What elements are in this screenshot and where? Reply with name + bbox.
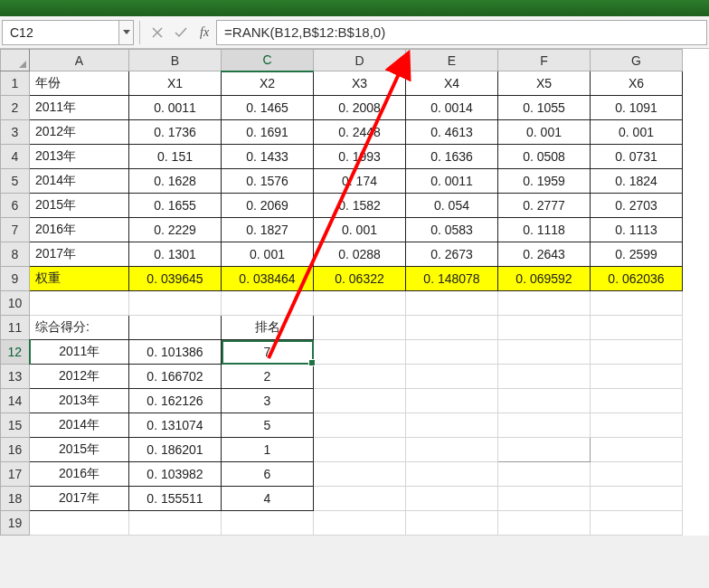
cell[interactable]: 1 (222, 438, 314, 462)
cell[interactable]: X4 (406, 71, 498, 96)
cell[interactable] (406, 487, 498, 511)
cell[interactable]: 0. 2703 (591, 194, 683, 218)
cell[interactable]: 0. 054 (406, 194, 498, 218)
cell[interactable] (406, 511, 498, 536)
cell[interactable]: 2017年 (30, 242, 129, 267)
cell[interactable]: 0. 0011 (406, 169, 498, 194)
cell[interactable]: 4 (222, 487, 314, 511)
cell[interactable]: 0. 1433 (222, 145, 314, 169)
cell[interactable] (314, 462, 406, 487)
cell[interactable]: 0. 1465 (222, 96, 314, 120)
select-all-corner[interactable] (1, 50, 30, 71)
cell[interactable] (591, 340, 683, 365)
cell[interactable]: 0. 2599 (591, 242, 683, 267)
cell[interactable] (30, 511, 129, 536)
cell[interactable] (222, 511, 314, 536)
cell[interactable]: 2015年 (30, 194, 129, 218)
cell[interactable] (498, 389, 591, 413)
cell[interactable]: X5 (498, 71, 591, 96)
cell[interactable]: 0. 1113 (591, 218, 683, 242)
cell[interactable] (591, 413, 683, 438)
cell[interactable] (498, 291, 591, 316)
name-box-dropdown[interactable] (119, 20, 134, 45)
cell[interactable]: 2013年 (30, 389, 129, 413)
cell[interactable]: 2017年 (30, 487, 129, 511)
cell[interactable] (406, 462, 498, 487)
cell[interactable] (314, 438, 406, 462)
row-header-17[interactable]: 17 (1, 462, 30, 487)
row-header-2[interactable]: 2 (1, 96, 30, 120)
row-header-7[interactable]: 7 (1, 218, 30, 242)
cell[interactable]: 排名 (222, 316, 314, 340)
cell[interactable] (314, 487, 406, 511)
cell[interactable]: X1 (129, 71, 222, 96)
cell[interactable] (591, 291, 683, 316)
cell[interactable]: 0. 1691 (222, 120, 314, 145)
cell[interactable] (129, 511, 222, 536)
cell[interactable]: 0. 2008 (314, 96, 406, 120)
cell[interactable]: 0. 1628 (129, 169, 222, 194)
cell[interactable] (406, 291, 498, 316)
cell[interactable]: 0. 151 (129, 145, 222, 169)
cell[interactable]: 2011年 (30, 340, 129, 365)
cell[interactable]: 0. 0583 (406, 218, 498, 242)
cell[interactable]: 5 (222, 413, 314, 438)
cell[interactable]: 0. 1576 (222, 169, 314, 194)
cell[interactable]: 0. 001 (222, 242, 314, 267)
cell[interactable]: 2016年 (30, 218, 129, 242)
cell[interactable]: 0. 1827 (222, 218, 314, 242)
cell[interactable] (498, 316, 591, 340)
col-header-G[interactable]: G (591, 50, 683, 71)
cell[interactable]: 年份 (30, 71, 129, 96)
cell[interactable]: 0. 166702 (129, 365, 222, 389)
cell[interactable]: 0. 1959 (498, 169, 591, 194)
enter-formula-button[interactable] (169, 21, 193, 44)
col-header-C[interactable]: C (222, 50, 314, 71)
formula-input[interactable]: =RANK(B12,B$12:B$18,0) (216, 20, 707, 45)
cell[interactable] (591, 438, 683, 462)
cell[interactable]: 0. 039645 (129, 267, 222, 291)
row-header-18[interactable]: 18 (1, 487, 30, 511)
cell[interactable] (498, 438, 591, 462)
row-header-1[interactable]: 1 (1, 71, 30, 96)
col-header-B[interactable]: B (129, 50, 222, 71)
col-header-F[interactable]: F (498, 50, 591, 71)
cell[interactable]: 0. 06322 (314, 267, 406, 291)
cell[interactable]: 0. 1993 (314, 145, 406, 169)
cell[interactable]: 2012年 (30, 120, 129, 145)
cell[interactable]: 2014年 (30, 413, 129, 438)
spreadsheet-grid[interactable]: A B C D E F G 1 年份 X1 X2 X3 X4 X5 X6 2 2… (0, 49, 709, 536)
cell[interactable] (498, 511, 591, 536)
cell[interactable]: X2 (222, 71, 314, 96)
cell[interactable] (591, 316, 683, 340)
cell[interactable]: 0. 101386 (129, 340, 222, 365)
cell[interactable]: 2013年 (30, 145, 129, 169)
row-header-3[interactable]: 3 (1, 120, 30, 145)
cell[interactable] (498, 413, 591, 438)
cell[interactable]: 0. 2448 (314, 120, 406, 145)
col-header-D[interactable]: D (314, 50, 406, 71)
cell[interactable]: 0. 1582 (314, 194, 406, 218)
cell[interactable]: 0. 038464 (222, 267, 314, 291)
active-cell[interactable]: 7 (222, 340, 314, 365)
cell[interactable]: X3 (314, 71, 406, 96)
cell[interactable] (498, 462, 591, 487)
cell[interactable] (314, 511, 406, 536)
cancel-formula-button[interactable] (146, 21, 169, 44)
cell[interactable]: 0. 1736 (129, 120, 222, 145)
row-header-10[interactable]: 10 (1, 291, 30, 316)
cell[interactable] (314, 291, 406, 316)
cell[interactable]: 2011年 (30, 96, 129, 120)
cell[interactable]: 0. 0014 (406, 96, 498, 120)
cell[interactable] (30, 291, 129, 316)
cell[interactable] (406, 340, 498, 365)
row-header-11[interactable]: 11 (1, 316, 30, 340)
cell[interactable]: 0. 2643 (498, 242, 591, 267)
cell[interactable]: 0. 1636 (406, 145, 498, 169)
row-header-12[interactable]: 12 (1, 340, 30, 365)
cell[interactable]: 0. 4613 (406, 120, 498, 145)
row-header-19[interactable]: 19 (1, 511, 30, 536)
cell[interactable] (498, 365, 591, 389)
cell[interactable]: 3 (222, 389, 314, 413)
cell[interactable] (498, 340, 591, 365)
